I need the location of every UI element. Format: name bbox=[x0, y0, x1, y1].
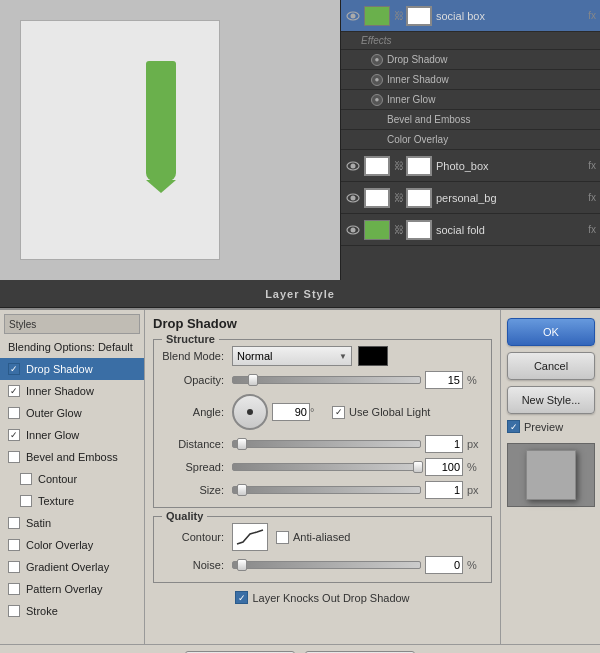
visibility-toggle[interactable] bbox=[345, 190, 361, 206]
opacity-row: Opacity: 15 % bbox=[162, 371, 483, 389]
style-option-bevel-emboss[interactable]: Bevel and Emboss bbox=[0, 446, 144, 468]
distance-value-field[interactable]: 1 bbox=[425, 435, 463, 453]
effect-visibility[interactable] bbox=[371, 94, 383, 106]
layer-mask-thumb bbox=[406, 220, 432, 240]
visibility-toggle[interactable] bbox=[345, 222, 361, 238]
layer-chain-icon: ⛓ bbox=[394, 190, 404, 206]
ok-button[interactable]: OK bbox=[507, 318, 595, 346]
angle-unit: ° bbox=[310, 406, 326, 418]
global-light-label: Use Global Light bbox=[349, 406, 430, 418]
stroke-checkbox[interactable] bbox=[8, 605, 20, 617]
opacity-slider-thumb[interactable] bbox=[248, 374, 258, 386]
bottom-buttons-bar: Make Default Reset to Default bbox=[0, 644, 600, 653]
contour-preview[interactable] bbox=[232, 523, 268, 551]
color-overlay-checkbox[interactable] bbox=[8, 539, 20, 551]
inner-glow-checkbox[interactable] bbox=[8, 429, 20, 441]
noise-slider[interactable] bbox=[232, 561, 421, 569]
style-option-blending[interactable]: Blending Options: Default bbox=[0, 336, 144, 358]
layer-mask-thumb bbox=[406, 156, 432, 176]
effect-visibility[interactable] bbox=[371, 54, 383, 66]
noise-label: Noise: bbox=[162, 559, 232, 571]
cancel-button[interactable]: Cancel bbox=[507, 352, 595, 380]
effect-item-inner-shadow[interactable]: Inner Shadow bbox=[341, 70, 600, 90]
style-option-stroke[interactable]: Stroke bbox=[0, 600, 144, 622]
noise-slider-container: 0 % bbox=[232, 556, 483, 574]
style-option-inner-shadow[interactable]: Inner Shadow bbox=[0, 380, 144, 402]
angle-label: Angle: bbox=[162, 406, 232, 418]
preview-checkbox[interactable] bbox=[507, 420, 520, 433]
effect-item-drop-shadow[interactable]: Drop Shadow bbox=[341, 50, 600, 70]
layer-item[interactable]: ⛓ social fold fx bbox=[341, 214, 600, 246]
angle-indicator bbox=[247, 409, 253, 415]
layer-item[interactable]: ⛓ social box fx bbox=[341, 0, 600, 32]
size-value-field[interactable]: 1 bbox=[425, 481, 463, 499]
drop-shadow-checkbox[interactable] bbox=[8, 363, 20, 375]
quality-section: Quality Contour: Anti-aliased bbox=[153, 516, 492, 583]
noise-value-field[interactable]: 0 bbox=[425, 556, 463, 574]
pattern-overlay-checkbox[interactable] bbox=[8, 583, 20, 595]
effect-item-inner-glow[interactable]: Inner Glow bbox=[341, 90, 600, 110]
bevel-emboss-checkbox[interactable] bbox=[8, 451, 20, 463]
effect-item-color-overlay[interactable]: Color Overlay bbox=[341, 130, 600, 150]
angle-value-field[interactable]: 90 bbox=[272, 403, 310, 421]
global-light-checkbox[interactable] bbox=[332, 406, 345, 419]
style-option-pattern-overlay[interactable]: Pattern Overlay bbox=[0, 578, 144, 600]
layer-knocks-checkbox[interactable] bbox=[235, 591, 248, 604]
new-style-button[interactable]: New Style... bbox=[507, 386, 595, 414]
effect-name: Inner Glow bbox=[387, 94, 435, 105]
style-option-satin[interactable]: Satin bbox=[0, 512, 144, 534]
quality-label: Quality bbox=[162, 510, 207, 522]
anti-aliased-row: Anti-aliased bbox=[276, 531, 350, 544]
texture-checkbox[interactable] bbox=[20, 495, 32, 507]
visibility-toggle[interactable] bbox=[345, 158, 361, 174]
style-option-texture[interactable]: Texture bbox=[0, 490, 144, 512]
noise-slider-thumb[interactable] bbox=[237, 559, 247, 571]
spread-value-field[interactable]: 100 bbox=[425, 458, 463, 476]
size-slider-thumb[interactable] bbox=[237, 484, 247, 496]
preview-label: Preview bbox=[524, 421, 563, 433]
size-slider[interactable] bbox=[232, 486, 421, 494]
bevel-emboss-label: Bevel and Emboss bbox=[26, 451, 118, 463]
contour-checkbox[interactable] bbox=[20, 473, 32, 485]
satin-checkbox[interactable] bbox=[8, 517, 20, 529]
shadow-color-swatch[interactable] bbox=[358, 346, 388, 366]
opacity-value-field[interactable]: 15 bbox=[425, 371, 463, 389]
style-option-drop-shadow[interactable]: Drop Shadow bbox=[0, 358, 144, 380]
style-option-contour[interactable]: Contour bbox=[0, 468, 144, 490]
inner-shadow-checkbox[interactable] bbox=[8, 385, 20, 397]
layer-thumbnail bbox=[364, 188, 390, 208]
anti-aliased-checkbox[interactable] bbox=[276, 531, 289, 544]
blending-options-label: Blending Options: Default bbox=[8, 341, 133, 353]
distance-slider[interactable] bbox=[232, 440, 421, 448]
blend-mode-select[interactable]: Normal ▼ bbox=[232, 346, 352, 366]
noise-row: Noise: 0 % bbox=[162, 556, 483, 574]
style-option-color-overlay[interactable]: Color Overlay bbox=[0, 534, 144, 556]
size-unit: px bbox=[467, 484, 483, 496]
layer-mask-thumb bbox=[406, 188, 432, 208]
gradient-overlay-checkbox[interactable] bbox=[8, 561, 20, 573]
contour-form-label: Contour: bbox=[162, 531, 232, 543]
layer-chain-icon: ⛓ bbox=[394, 8, 404, 24]
style-option-gradient-overlay[interactable]: Gradient Overlay bbox=[0, 556, 144, 578]
layer-thumbnail bbox=[364, 156, 390, 176]
effect-item-bevel-emboss[interactable]: Bevel and Emboss bbox=[341, 110, 600, 130]
styles-header[interactable]: Styles bbox=[4, 314, 140, 334]
effect-visibility[interactable] bbox=[371, 74, 383, 86]
structure-label: Structure bbox=[162, 333, 219, 345]
layer-item[interactable]: ⛓ personal_bg fx bbox=[341, 182, 600, 214]
angle-dial[interactable] bbox=[232, 394, 268, 430]
pattern-overlay-label: Pattern Overlay bbox=[26, 583, 102, 595]
layer-knocks-label: Layer Knocks Out Drop Shadow bbox=[252, 592, 409, 604]
style-option-outer-glow[interactable]: Outer Glow bbox=[0, 402, 144, 424]
distance-slider-thumb[interactable] bbox=[237, 438, 247, 450]
visibility-toggle[interactable] bbox=[345, 8, 361, 24]
section-title: Drop Shadow bbox=[153, 316, 492, 331]
layer-item[interactable]: ⛓ Photo_box fx bbox=[341, 150, 600, 182]
spread-slider[interactable] bbox=[232, 463, 421, 471]
style-option-inner-glow[interactable]: Inner Glow bbox=[0, 424, 144, 446]
layer-chain-icon: ⛓ bbox=[394, 222, 404, 238]
layer-mask-thumb bbox=[406, 6, 432, 26]
outer-glow-checkbox[interactable] bbox=[8, 407, 20, 419]
opacity-slider[interactable] bbox=[232, 376, 421, 384]
spread-slider-thumb[interactable] bbox=[413, 461, 423, 473]
